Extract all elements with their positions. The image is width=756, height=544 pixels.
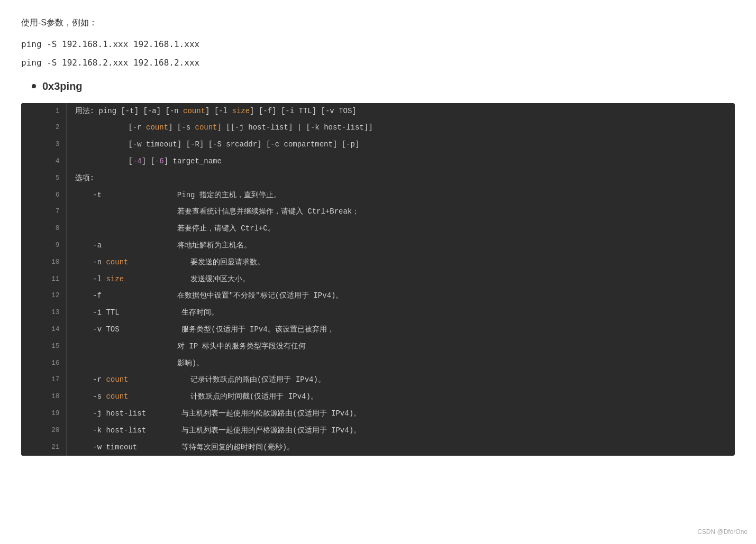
line-code: -s count 计数跃点的时间截(仅适用于 IPv4)。	[66, 389, 735, 405]
line-number: 15	[21, 338, 66, 355]
line-code: 若要查看统计信息并继续操作，请键入 Ctrl+Break；	[66, 204, 735, 220]
line-number: 16	[21, 355, 66, 372]
code-row: 1用法: ping [-t] [-a] [-n count] [-l size]…	[21, 103, 735, 120]
line-number: 18	[21, 389, 66, 405]
line-number: 7	[21, 204, 66, 220]
code-row: 20 -k host-list 与主机列表一起使用的严格源路由(仅适用于 IPv…	[21, 422, 735, 439]
line-code: -i TTL 生存时间。	[66, 305, 735, 321]
code-row: 4 [-4] [-6] target_name	[21, 153, 735, 170]
line-code: -w timeout 等待每次回复的超时时间(毫秒)。	[66, 439, 735, 456]
line-number: 11	[21, 271, 66, 288]
code-row: 15 对 IP 标头中的服务类型字段没有任何	[21, 338, 735, 355]
code-block: 1用法: ping [-t] [-a] [-n count] [-l size]…	[21, 103, 735, 456]
line-number: 12	[21, 288, 66, 305]
code-row: 3 [-w timeout] [-R] [-S srcaddr] [-c com…	[21, 136, 735, 153]
line-code: -t Ping 指定的主机，直到停止。	[66, 187, 735, 204]
line-number: 4	[21, 153, 66, 170]
code-row: 16 影响)。	[21, 355, 735, 372]
line-number: 19	[21, 405, 66, 422]
line-number: 13	[21, 305, 66, 321]
code-table: 1用法: ping [-t] [-a] [-n count] [-l size]…	[21, 103, 735, 456]
intro-line1: 使用-S参数，例如：	[21, 16, 735, 30]
code-row: 17 -r count 记录计数跃点的路由(仅适用于 IPv4)。	[21, 372, 735, 389]
section-heading: 0x3ping	[32, 80, 735, 93]
line-number: 14	[21, 321, 66, 338]
line-code: 对 IP 标头中的服务类型字段没有任何	[66, 338, 735, 355]
line-code: 影响)。	[66, 355, 735, 372]
line-code: -r count 记录计数跃点的路由(仅适用于 IPv4)。	[66, 372, 735, 389]
line-number: 17	[21, 372, 66, 389]
code-row: 13 -i TTL 生存时间。	[21, 305, 735, 321]
line-code: -n count 要发送的回显请求数。	[66, 254, 735, 271]
line-code: 用法: ping [-t] [-a] [-n count] [-l size] …	[66, 103, 735, 120]
code-row: 14 -v TOS 服务类型(仅适用于 IPv4。该设置已被弃用，	[21, 321, 735, 338]
line-code: -f 在数据包中设置"不分段"标记(仅适用于 IPv4)。	[66, 288, 735, 305]
line-code: 若要停止，请键入 Ctrl+C。	[66, 220, 735, 237]
line-number: 2	[21, 119, 66, 136]
ping-cmd1: ping -S 192.168.1.xxx 192.168.1.xxx	[21, 39, 735, 49]
bullet-icon	[32, 84, 36, 88]
line-code: -a 将地址解析为主机名。	[66, 237, 735, 254]
line-number: 21	[21, 439, 66, 456]
page-content: 使用-S参数，例如： ping -S 192.168.1.xxx 192.168…	[0, 0, 756, 477]
code-row: 2 [-r count] [-s count] [[-j host-list] …	[21, 119, 735, 136]
line-code: [-4] [-6] target_name	[66, 153, 735, 170]
line-code: -v TOS 服务类型(仅适用于 IPv4。该设置已被弃用，	[66, 321, 735, 338]
line-number: 20	[21, 422, 66, 439]
code-row: 5选项:	[21, 170, 735, 187]
code-row: 10 -n count 要发送的回显请求数。	[21, 254, 735, 271]
line-number: 5	[21, 170, 66, 187]
line-number: 8	[21, 220, 66, 237]
line-number: 10	[21, 254, 66, 271]
ping-cmd2: ping -S 192.168.2.xxx 192.168.2.xxx	[21, 58, 735, 68]
code-row: 19 -j host-list 与主机列表一起使用的松散源路由(仅适用于 IPv…	[21, 405, 735, 422]
line-code: 选项:	[66, 170, 735, 187]
code-row: 12 -f 在数据包中设置"不分段"标记(仅适用于 IPv4)。	[21, 288, 735, 305]
code-row: 11 -l size 发送缓冲区大小。	[21, 271, 735, 288]
watermark: CSDN @DforOne	[697, 528, 748, 536]
line-code: -k host-list 与主机列表一起使用的严格源路由(仅适用于 IPv4)。	[66, 422, 735, 439]
line-code: [-w timeout] [-R] [-S srcaddr] [-c compa…	[66, 136, 735, 153]
code-row: 6 -t Ping 指定的主机，直到停止。	[21, 187, 735, 204]
code-row: 18 -s count 计数跃点的时间截(仅适用于 IPv4)。	[21, 389, 735, 405]
line-code: -l size 发送缓冲区大小。	[66, 271, 735, 288]
code-row: 21 -w timeout 等待每次回复的超时时间(毫秒)。	[21, 439, 735, 456]
line-number: 6	[21, 187, 66, 204]
code-row: 8 若要停止，请键入 Ctrl+C。	[21, 220, 735, 237]
line-number: 9	[21, 237, 66, 254]
line-number: 3	[21, 136, 66, 153]
line-number: 1	[21, 103, 66, 120]
code-row: 7 若要查看统计信息并继续操作，请键入 Ctrl+Break；	[21, 204, 735, 220]
line-code: [-r count] [-s count] [[-j host-list] | …	[66, 119, 735, 136]
line-code: -j host-list 与主机列表一起使用的松散源路由(仅适用于 IPv4)。	[66, 405, 735, 422]
section-title: 0x3ping	[42, 80, 83, 93]
code-row: 9 -a 将地址解析为主机名。	[21, 237, 735, 254]
